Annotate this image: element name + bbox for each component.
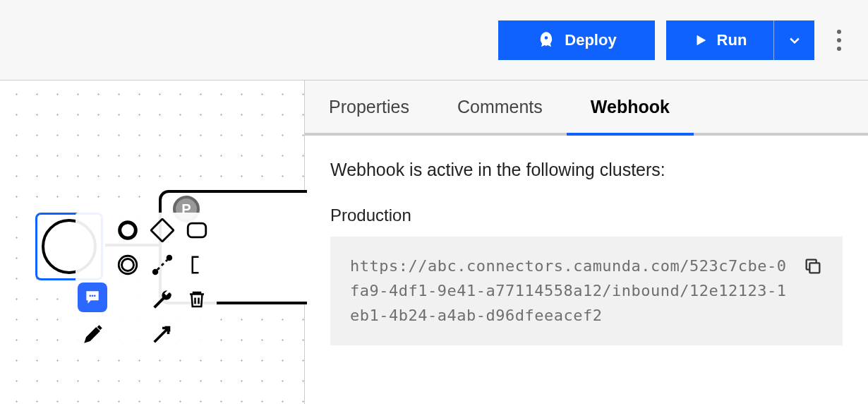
diagram-canvas[interactable]: P: [0, 81, 304, 404]
color-tool[interactable]: [76, 316, 110, 351]
tab-properties[interactable]: Properties: [305, 81, 433, 133]
tab-comments-label: Comments: [457, 97, 543, 117]
intermediate-event-icon: [116, 253, 140, 277]
svg-point-12: [94, 295, 96, 297]
side-panel: Properties Comments Webhook Webhook is a…: [304, 81, 868, 404]
append-gateway[interactable]: [145, 213, 179, 247]
delete-icon: [186, 287, 207, 311]
copy-icon: [803, 256, 823, 276]
panel-tabs: Properties Comments Webhook: [305, 81, 868, 136]
color-icon: [81, 322, 105, 346]
tab-webhook[interactable]: Webhook: [567, 81, 694, 133]
wrench-icon: [150, 287, 174, 311]
deploy-label: Deploy: [565, 31, 616, 49]
svg-point-6: [167, 256, 171, 260]
svg-point-10: [89, 295, 91, 297]
context-pad: [76, 213, 217, 351]
append-intermediate-event[interactable]: [110, 247, 145, 282]
play-icon: [693, 32, 709, 48]
delete-tool[interactable]: [179, 282, 214, 316]
svg-rect-13: [809, 263, 819, 273]
svg-point-11: [92, 295, 94, 297]
webhook-url-box: https://abc.connectors.camunda.com/523c7…: [330, 237, 843, 345]
tab-webhook-label: Webhook: [591, 97, 670, 117]
svg-rect-1: [150, 218, 173, 241]
run-button[interactable]: Run: [666, 20, 773, 60]
rocket-icon: [536, 30, 556, 50]
arrow-icon: [150, 322, 174, 346]
text-annotation-icon: [186, 253, 207, 277]
panel-body: Webhook is active in the following clust…: [305, 136, 868, 369]
end-event-icon: [116, 218, 140, 242]
webhook-url: https://abc.connectors.camunda.com/523c7…: [350, 254, 789, 328]
comment-annotation[interactable]: [78, 283, 107, 312]
svg-rect-2: [188, 223, 206, 237]
connect-tool[interactable]: [145, 247, 179, 282]
change-type-tool[interactable]: [145, 282, 179, 316]
text-annotation-tool[interactable]: [179, 247, 214, 282]
append-task[interactable]: [179, 213, 214, 247]
chevron-down-icon: [788, 33, 802, 47]
webhook-cluster-name: Production: [330, 206, 843, 225]
webhook-intro-text: Webhook is active in the following clust…: [330, 160, 843, 180]
deploy-button[interactable]: Deploy: [498, 20, 655, 60]
connect-icon: [150, 253, 174, 277]
main-area: P: [0, 80, 868, 404]
arrow-tool[interactable]: [145, 316, 179, 351]
svg-point-5: [153, 270, 157, 274]
tab-properties-label: Properties: [329, 97, 409, 117]
copy-url-button[interactable]: [803, 254, 823, 279]
more-menu-button[interactable]: [826, 21, 847, 59]
run-label: Run: [717, 31, 747, 49]
run-button-group: Run: [666, 20, 814, 60]
append-end-event[interactable]: [110, 213, 145, 247]
run-dropdown-button[interactable]: [773, 20, 814, 60]
top-toolbar: Deploy Run: [0, 0, 868, 80]
gateway-icon: [150, 218, 174, 242]
tab-comments[interactable]: Comments: [433, 81, 567, 133]
task-icon: [185, 218, 209, 242]
svg-point-4: [121, 259, 133, 271]
svg-point-0: [119, 222, 135, 238]
speech-bubble-icon: [83, 288, 102, 307]
